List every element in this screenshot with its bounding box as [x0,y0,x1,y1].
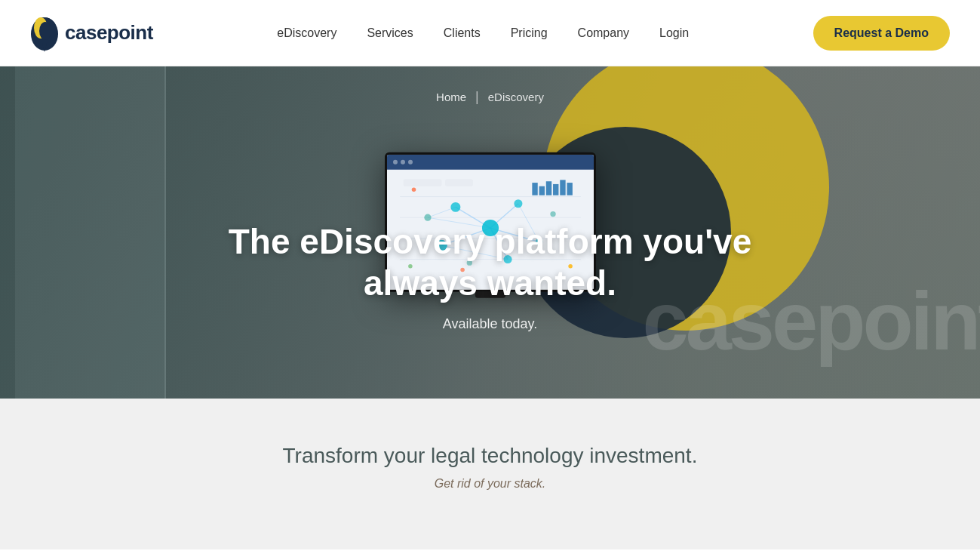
svg-rect-36 [445,179,473,186]
screen-header-bar [387,155,594,170]
svg-point-24 [514,199,522,208]
svg-rect-19 [553,184,558,195]
breadcrumb-home-link[interactable]: Home [436,91,466,103]
glass-wall-decoration [15,66,166,399]
nav-item-login[interactable]: Login [659,26,689,40]
screen-dot-2 [401,160,405,165]
svg-rect-20 [560,180,565,195]
hero-headline: The eDiscovery platform you've always wa… [226,221,754,304]
svg-point-23 [450,202,460,212]
svg-rect-21 [567,183,572,195]
value-subtext: Get rid of your stack. [30,477,950,491]
nav-item-ediscovery[interactable]: eDiscovery [277,26,336,40]
main-nav: eDiscovery Services Clients Pricing Comp… [277,26,689,40]
screen-dot-3 [408,160,413,165]
breadcrumb: Home | eDiscovery [436,89,544,105]
svg-point-31 [411,188,416,192]
hero-section: casepoint Home | eDiscovery [0,66,980,399]
svg-rect-18 [545,181,551,195]
nav-item-pricing[interactable]: Pricing [511,26,548,40]
breadcrumb-separator: | [475,89,479,105]
nav-item-services[interactable]: Services [367,26,413,40]
hero-subtext: Available today. [226,317,754,333]
request-demo-button[interactable]: Request a Demo [813,16,950,51]
breadcrumb-current: eDiscovery [488,91,544,103]
svg-rect-35 [403,179,441,186]
screen-dot-1 [393,160,398,165]
site-header: casepoint eDiscovery Services Clients Pr… [0,0,980,66]
svg-point-29 [550,211,555,217]
svg-point-28 [424,214,431,221]
nav-item-company[interactable]: Company [578,26,629,40]
logo-icon [30,14,59,52]
value-section: Transform your legal technology investme… [0,399,980,549]
svg-rect-16 [532,183,537,195]
svg-rect-17 [539,186,544,195]
logo-link[interactable]: casepoint [30,14,153,52]
logo-text: casepoint [65,21,153,45]
svg-point-2 [39,22,51,40]
nav-item-clients[interactable]: Clients [444,26,481,40]
hero-text-block: The eDiscovery platform you've always wa… [226,221,754,332]
value-headline: Transform your legal technology investme… [30,444,950,468]
